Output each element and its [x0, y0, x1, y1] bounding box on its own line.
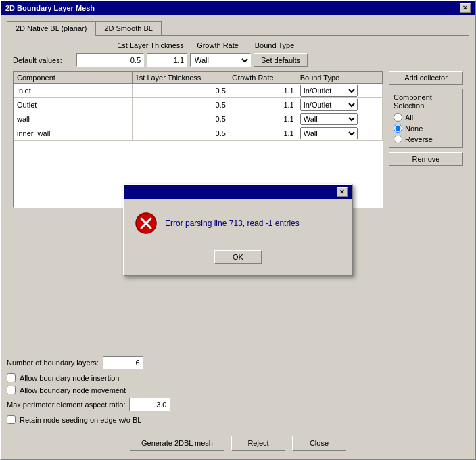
- dialog-body: Error parsing line 713, read -1 entries: [124, 199, 352, 245]
- main-window: 2D Boundary Layer Mesh ✕ 2D Native BL (p…: [0, 0, 476, 460]
- dialog-message: Error parsing line 713, read -1 entries: [165, 218, 300, 228]
- error-dialog: ✕ Error parsing line 713, read -1 entrie…: [123, 184, 353, 276]
- dialog-close-btn[interactable]: ✕: [337, 187, 348, 197]
- error-icon: [135, 212, 157, 234]
- dialog-ok-button[interactable]: OK: [214, 250, 262, 264]
- dialog-title-bar: ✕: [124, 185, 352, 199]
- dialog-footer: OK: [124, 245, 352, 275]
- dialog-overlay: ✕ Error parsing line 713, read -1 entrie…: [1, 1, 475, 459]
